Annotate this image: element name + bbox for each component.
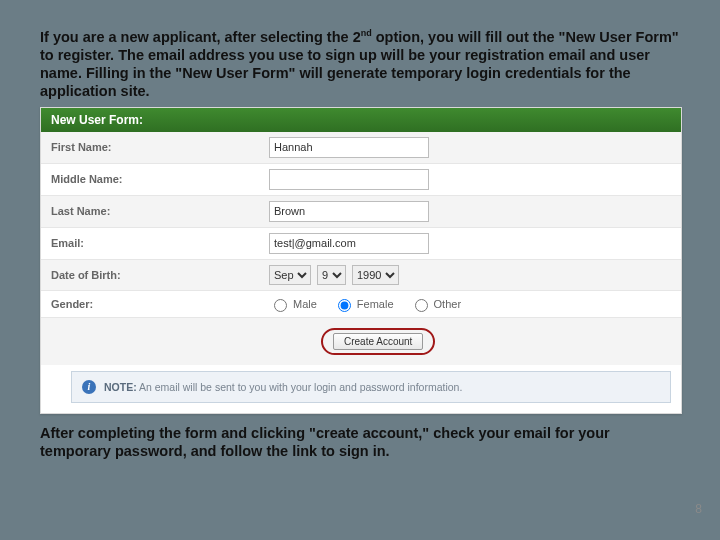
gender-radio-male[interactable] [274,299,287,312]
outro-paragraph: After completing the form and clicking "… [40,424,680,460]
gender-option-male[interactable]: Male [269,296,317,312]
info-icon: i [82,380,96,394]
form-title: New User Form: [41,108,681,132]
label-email: Email: [41,230,261,256]
label-last-name: Last Name: [41,198,261,224]
label-middle-name: Middle Name: [41,166,261,192]
gender-option-female[interactable]: Female [333,296,394,312]
create-account-highlight: Create Account [321,328,435,355]
email-input[interactable] [269,233,429,254]
dob-month-select[interactable]: Sep [269,265,311,285]
create-account-button[interactable]: Create Account [333,333,423,350]
gender-radio-other[interactable] [415,299,428,312]
label-first-name: First Name: [41,134,261,160]
last-name-input[interactable] [269,201,429,222]
middle-name-input[interactable] [269,169,429,190]
gender-option-other[interactable]: Other [410,296,462,312]
intro-paragraph: If you are a new applicant, after select… [40,28,680,101]
note-text: An email will be sent to you with your l… [139,381,462,393]
dob-year-select[interactable]: 1990 [352,265,399,285]
note-label: NOTE: [104,381,137,393]
dob-day-select[interactable]: 9 [317,265,346,285]
page-number: 8 [695,502,702,516]
gender-radio-female[interactable] [338,299,351,312]
note-box: i NOTE: An email will be sent to you wit… [71,371,671,403]
label-dob: Date of Birth: [41,262,261,288]
new-user-form-panel: New User Form: First Name: Middle Name: … [40,107,682,414]
first-name-input[interactable] [269,137,429,158]
label-gender: Gender: [41,291,261,317]
